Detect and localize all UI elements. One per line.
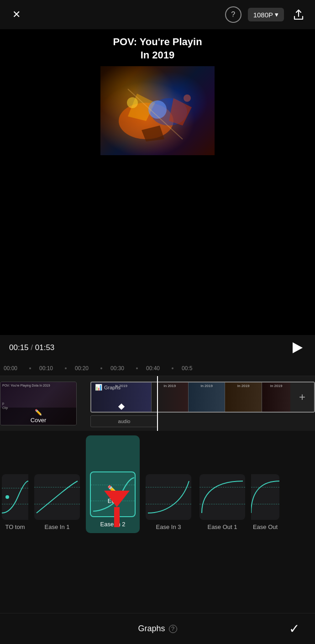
video-title: POV: You're Playin In 2019	[113, 36, 202, 62]
ruler-mark-1: 00:10	[39, 365, 57, 372]
graphs-title-text: Graphs	[138, 624, 165, 634]
video-preview: POV: You're Playin In 2019	[0, 29, 315, 335]
bottom-bar: Graphs ? ✓	[0, 613, 315, 644]
segment-diamond-0	[118, 403, 124, 410]
bottom-title: Graphs ?	[138, 624, 177, 634]
confirm-button[interactable]: ✓	[284, 619, 304, 639]
add-icon: +	[299, 391, 305, 403]
timeline-playhead	[157, 376, 158, 431]
arrow-head	[104, 491, 130, 507]
play-icon	[293, 342, 303, 353]
svg-point-8	[184, 94, 191, 102]
cover-clip[interactable]: POV: You're Playing Dota In 2019 ✏️ Cove…	[0, 382, 77, 425]
ruler-dot-0	[29, 367, 31, 369]
ease-label-ease-out-1: Ease Out 1	[207, 524, 237, 530]
track-segment-3[interactable]: In 2019	[225, 382, 262, 412]
ease-card-ease-in-3	[146, 474, 191, 520]
track-segment-4[interactable]: In 2019	[262, 382, 290, 412]
cover-label: Cover	[31, 417, 47, 424]
ease-item-ease-out[interactable]: Ease Out	[249, 432, 279, 537]
ease-in-3-svg	[146, 474, 191, 520]
header-right: ? 1080P ▾	[225, 6, 307, 23]
ease-item-ease-in-1[interactable]: Ease In 1	[30, 432, 84, 537]
help-button[interactable]: ?	[225, 6, 242, 23]
red-arrow-indicator	[104, 491, 130, 527]
ease-item-ease-out-1[interactable]: Ease Out 1	[195, 432, 249, 537]
ruler-dot-1	[65, 367, 67, 369]
ease-card-ease-in-1	[34, 474, 80, 520]
ease-card-ease-out-1	[200, 474, 245, 520]
ease-label-ease-in-3: Ease In 3	[156, 524, 181, 530]
main-video-track[interactable]: 📊 Graphs In 2019 In 2019 In 2019 In 2019…	[90, 382, 315, 413]
seg-label-4: In 2019	[270, 384, 283, 388]
audio-label: audio	[118, 419, 131, 424]
ruler-dot-2	[100, 367, 102, 369]
total-time: 01:53	[35, 343, 55, 352]
ruler-mark-4: 00:40	[146, 365, 163, 372]
seg-label-2: In 2019	[200, 384, 213, 388]
arrow-stem	[114, 507, 120, 527]
ease-item-custom[interactable]: TO tom	[0, 432, 30, 537]
clip-extra-label: Clip	[2, 406, 8, 409]
video-thumbnail	[100, 66, 215, 155]
resolution-label: 1080P	[253, 11, 273, 19]
ease-label-ease-out: Ease Out	[253, 524, 278, 530]
ruler-mark-0: 00:00	[4, 365, 21, 372]
export-icon	[292, 8, 305, 21]
ease-in-1-svg	[34, 474, 80, 520]
ruler-mark-3: 00:30	[110, 365, 128, 372]
resolution-arrow: ▾	[275, 10, 278, 19]
timeline-area: POV: You're Playing Dota In 2019 ✏️ Cove…	[0, 376, 315, 431]
timeline-ruler: 00:00 00:10 00:20 00:30 00:40 00:5	[0, 361, 315, 376]
seg-label-3: In 2019	[237, 384, 250, 388]
ease-selector: TO tom Ease In 1 ✏️	[0, 432, 315, 537]
resolution-button[interactable]: 1080P ▾	[248, 8, 284, 21]
cover-clip-label-area: ✏️ Cover	[0, 408, 76, 425]
ease-items-row: TO tom Ease In 1 ✏️	[0, 432, 315, 537]
time-separator: /	[31, 343, 33, 352]
clip-p-label: p	[2, 402, 4, 405]
bottom-help-icon[interactable]: ?	[169, 625, 177, 633]
ruler-dot-3	[136, 367, 138, 369]
playback-bar: 00:15 / 01:53	[0, 335, 315, 361]
help-icon: ?	[231, 10, 235, 19]
ease-label-custom: TO tom	[5, 524, 25, 530]
ease-out-svg	[251, 474, 279, 520]
svg-point-7	[127, 97, 138, 108]
graphs-text: Graphs	[104, 385, 121, 390]
ruler-mark-2: 00:20	[75, 365, 92, 372]
cover-edit-icon: ✏️	[35, 409, 42, 416]
track-graphs-label: 📊 Graphs	[95, 384, 121, 391]
ruler-mark-5: 00:5	[182, 365, 199, 372]
add-clip-button[interactable]: +	[290, 382, 314, 412]
custom-curve-svg	[2, 474, 28, 520]
current-time: 00:15	[9, 343, 29, 352]
header: ✕ ? 1080P ▾	[0, 0, 315, 29]
ease-item-ease-in-3[interactable]: Ease In 3	[142, 432, 195, 537]
ease-label-ease-in-1: Ease In 1	[45, 524, 70, 530]
export-button[interactable]	[290, 6, 307, 23]
play-button[interactable]	[288, 339, 306, 357]
audio-bar[interactable]: audio	[90, 415, 158, 427]
thumbnail-art	[100, 66, 215, 155]
ruler-dot-4	[172, 367, 173, 369]
track-segment-2[interactable]: In 2019	[189, 382, 225, 412]
cover-clip-text: POV: You're Playing Dota In 2019	[2, 384, 50, 387]
ease-out-1-svg	[200, 474, 245, 520]
graphs-icon: 📊	[95, 384, 102, 391]
close-icon: ✕	[12, 9, 21, 21]
close-button[interactable]: ✕	[8, 6, 25, 23]
header-left: ✕	[8, 6, 25, 23]
time-display: 00:15 / 01:53	[9, 343, 54, 352]
check-icon: ✓	[289, 621, 299, 636]
seg-label-1: In 2019	[163, 384, 176, 388]
